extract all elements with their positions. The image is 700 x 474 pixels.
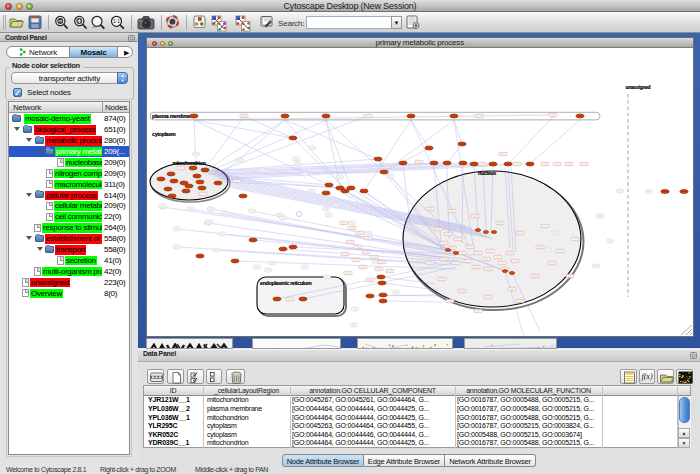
svg-text:unassigned: unassigned	[626, 84, 651, 90]
svg-text:mitochondrion: mitochondrion	[172, 160, 205, 166]
svg-text:cytoplasm: cytoplasm	[152, 131, 176, 137]
svg-text:plasma membrane: plasma membrane	[152, 113, 194, 119]
svg-text:nucleus: nucleus	[478, 170, 496, 176]
svg-text:1:1: 1:1	[113, 18, 120, 24]
svg-text:endoplasmic reticulum: endoplasmic reticulum	[260, 280, 312, 286]
